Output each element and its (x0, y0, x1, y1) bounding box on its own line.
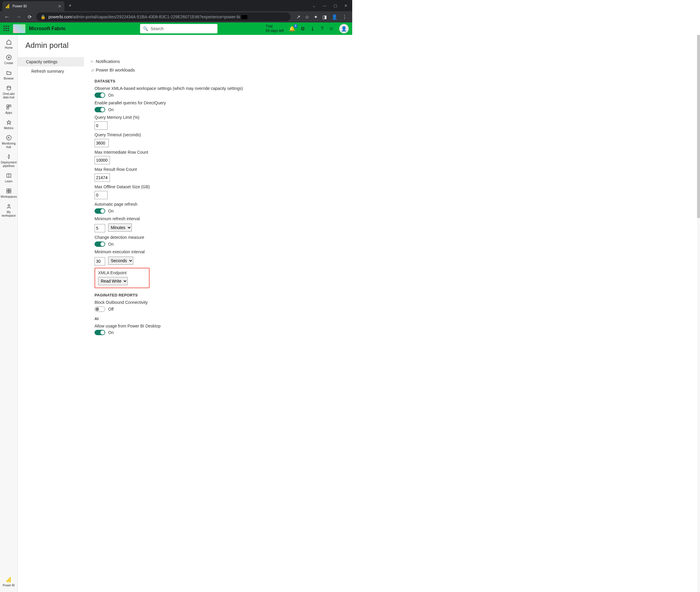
close-icon[interactable]: ✕ (58, 4, 61, 9)
window-controls: ⌄ — ▢ ✕ (312, 4, 352, 8)
min-exec-input[interactable] (95, 257, 105, 265)
star-icon[interactable]: ☆ (305, 14, 309, 20)
url-domain: powerbi.com (48, 14, 72, 19)
rail-home[interactable]: Home (0, 37, 18, 52)
rail-apps[interactable]: Apps (0, 102, 18, 117)
masked-segment (241, 15, 247, 19)
svg-rect-5 (7, 105, 9, 107)
share-icon[interactable]: ↗ (296, 14, 300, 20)
auto-refresh-label: Automatic page refresh (95, 202, 352, 207)
observe-xmla-label: Observe XMLA-based workspace settings (w… (95, 86, 352, 91)
svg-rect-10 (7, 189, 9, 191)
url-path: /admin-portal/capacities/2922434A-51BA-4… (72, 14, 240, 19)
observe-xmla-toggle[interactable] (95, 93, 105, 98)
min-refresh-label: Minimum refresh interval (95, 216, 352, 222)
auto-refresh-toggle[interactable] (95, 208, 105, 214)
chevron-down-icon[interactable]: ⌄ (312, 4, 315, 8)
app-launcher-icon[interactable] (4, 26, 9, 32)
max-offline-input[interactable] (95, 191, 108, 199)
trial-label: Trial: (266, 24, 284, 29)
parallel-dq-label: Enable parallel queries for DirectQuery (95, 100, 352, 106)
chevron-right-icon: ▷ (91, 59, 93, 63)
max-result-input[interactable] (95, 174, 110, 182)
search-input[interactable]: 🔍 Search (140, 24, 217, 34)
section-notifications[interactable]: ▷Notifications (91, 57, 352, 66)
reload-button[interactable]: ⟳ (26, 14, 34, 20)
close-window-icon[interactable]: ✕ (344, 4, 348, 8)
notification-badge: 8 (294, 24, 298, 28)
download-icon[interactable]: ⭳ (310, 26, 315, 32)
change-detect-toggle[interactable] (95, 242, 105, 247)
xmla-endpoint-select[interactable]: Read Write (98, 277, 128, 285)
svg-rect-2 (8, 4, 9, 8)
feedback-icon[interactable]: ☺ (329, 26, 334, 32)
toggle-state: On (108, 209, 114, 213)
chevron-down-icon: ◿ (91, 68, 93, 72)
main-content: Admin portal Capacity settings Refresh s… (18, 35, 352, 298)
new-tab-button[interactable]: + (64, 3, 76, 9)
svg-point-14 (8, 204, 10, 206)
max-inter-label: Max Intermediate Row Count (95, 150, 352, 155)
datasets-heading: DATASETS (95, 79, 352, 83)
svg-rect-11 (9, 189, 11, 191)
sidepanel-icon[interactable]: ◨ (322, 14, 327, 20)
settings-panel: ▷Notifications ◿Power BI workloads DATAS… (84, 57, 352, 298)
page-title: Admin portal (26, 41, 352, 50)
maximize-icon[interactable]: ▢ (334, 4, 337, 8)
xmla-endpoint-highlight: XMLA Endpoint Read Write (95, 268, 150, 288)
svg-rect-7 (7, 107, 9, 109)
profile-icon[interactable]: 👤 (332, 14, 338, 20)
help-icon[interactable]: ? (320, 26, 323, 32)
rail-my-workspace[interactable]: My workspace (0, 201, 18, 220)
query-timeout-input[interactable] (95, 139, 109, 147)
left-rail: Home Create Browse OneLake data hub Apps… (0, 35, 18, 298)
menu-capacity-settings[interactable]: Capacity settings (18, 57, 84, 66)
browser-tab[interactable]: Power BI ✕ (2, 1, 64, 11)
max-inter-input[interactable] (95, 156, 110, 164)
svg-rect-12 (7, 191, 9, 193)
menu-refresh-summary[interactable]: Refresh summary (18, 66, 84, 76)
svg-rect-1 (7, 5, 8, 8)
min-exec-label: Minimum execution interval (95, 249, 352, 255)
query-memory-input[interactable] (95, 121, 108, 130)
settings-gear-icon[interactable]: ⚙ (301, 26, 305, 32)
rail-browse[interactable]: Browse (0, 67, 18, 83)
svg-rect-0 (6, 6, 7, 8)
avatar[interactable]: 👤 (339, 24, 349, 34)
url-field[interactable]: 🔒 powerbi.com/admin-portal/capacities/29… (36, 12, 291, 21)
parallel-dq-toggle[interactable] (95, 107, 105, 112)
back-button[interactable]: ← (2, 14, 11, 20)
max-result-label: Max Result Row Count (95, 167, 352, 172)
extensions-icon[interactable]: ✦ (314, 14, 318, 20)
max-offline-label: Max Offline Dataset Size (GB) (95, 184, 352, 190)
rail-monitoring[interactable]: Monitoring hub (0, 133, 18, 151)
change-detect-label: Change detection measure (95, 235, 352, 240)
rail-create[interactable]: Create (0, 52, 18, 67)
rail-deployment[interactable]: Deployment pipelines (0, 151, 18, 170)
minimize-icon[interactable]: — (323, 4, 327, 8)
paginated-heading: PAGINATED REPORTS (95, 293, 352, 297)
menu-icon[interactable]: ⋮ (342, 14, 347, 20)
settings-side-menu: Capacity settings Refresh summary (18, 57, 84, 298)
svg-rect-6 (9, 105, 11, 107)
toggle-state: On (108, 242, 114, 246)
min-refresh-input[interactable] (95, 224, 105, 232)
rail-learn[interactable]: Learn (0, 170, 18, 186)
rail-onelake[interactable]: OneLake data hub (0, 83, 18, 102)
min-refresh-unit-select[interactable]: Minutes (108, 224, 132, 232)
query-memory-label: Query Memory Limit (%) (95, 115, 352, 120)
rail-metrics[interactable]: Metrics (0, 117, 18, 133)
extension-icons: ↗ ☆ ✦ ◨ 👤 ⋮ (293, 14, 350, 20)
browser-chrome: Power BI ✕ + ⌄ — ▢ ✕ ← → ⟳ 🔒 powerbi.com… (0, 0, 352, 22)
tab-strip: Power BI ✕ + ⌄ — ▢ ✕ (0, 0, 352, 11)
section-workloads[interactable]: ◿Power BI workloads (91, 66, 352, 74)
brand-name: Microsoft Fabric (29, 26, 65, 31)
search-icon: 🔍 (143, 26, 148, 31)
forward-button[interactable]: → (14, 14, 23, 20)
toggle-state: On (108, 93, 114, 98)
rail-workspaces[interactable]: Workspaces (0, 186, 18, 201)
brand-logo (13, 24, 26, 33)
notifications-icon[interactable]: 🔔8 (289, 26, 295, 32)
min-exec-unit-select[interactable]: Seconds (108, 256, 133, 265)
svg-point-4 (7, 86, 11, 88)
